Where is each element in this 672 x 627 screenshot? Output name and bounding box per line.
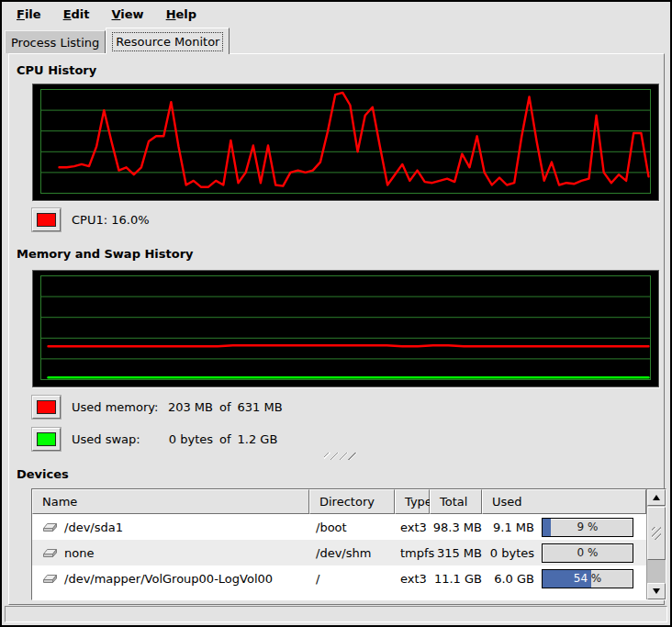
tab-process-listing-label: Process Listing — [11, 36, 99, 50]
usage-bar: 54 % 54 % — [542, 569, 633, 588]
menu-edit-accesskey: E — [63, 7, 72, 21]
device-used: 0 bytes — [482, 546, 534, 560]
column-header-directory[interactable]: Directory — [309, 489, 395, 514]
arrow-down-icon — [653, 588, 660, 594]
status-bar — [5, 606, 667, 622]
device-type: ext3 — [395, 521, 430, 534]
device-name-cell: /dev/mapper/VolGroup00-LogVol00 — [32, 572, 309, 586]
used-memory-of: of — [219, 400, 231, 414]
used-swap-legend: Used swap:0 bytesof1.2 GB — [32, 427, 277, 451]
usage-bar-fill: 9 % — [543, 519, 551, 536]
memory-color-button[interactable] — [32, 396, 61, 419]
menu-edit[interactable]: Edit — [56, 5, 97, 24]
device-total: 11.1 GB — [430, 572, 482, 586]
used-swap-label: Used swap: — [72, 432, 160, 446]
disk-icon — [42, 547, 58, 559]
used-memory-label: Used memory: — [72, 400, 160, 414]
cpu-legend-label: CPU1: 16.0% — [72, 213, 150, 227]
cpu-history-chart — [33, 84, 658, 200]
column-header-total-label: Total — [440, 495, 467, 509]
usage-percent-label-overlay: 54 % — [543, 570, 591, 588]
column-header-used-label: Used — [492, 495, 522, 509]
total-memory-value: 631 MB — [238, 400, 283, 414]
devices-title: Devices — [17, 467, 69, 481]
column-header-type-label: Type — [405, 495, 432, 509]
menu-view-accesskey: V — [112, 7, 121, 21]
column-header-used[interactable]: Used — [482, 489, 646, 514]
column-header-name[interactable]: Name — [32, 489, 309, 514]
disk-icon — [42, 573, 58, 585]
scroll-up-button[interactable] — [647, 489, 666, 506]
device-name: /dev/sda1 — [64, 521, 123, 534]
arrow-up-icon — [653, 495, 660, 500]
device-directory: /boot — [309, 521, 395, 534]
cpu-legend: CPU1: 16.0% — [32, 207, 150, 231]
tab-resource-monitor[interactable]: Resource Monitor — [106, 28, 230, 54]
menu-view-label: iew — [120, 7, 143, 21]
scrollbar-thumb[interactable] — [647, 507, 666, 560]
menubar: File Edit View Help — [2, 2, 670, 27]
usage-bar: 9 % 9 % — [542, 518, 633, 537]
device-total: 315 MB — [430, 546, 482, 560]
resource-monitor-page: CPU History CPU1: 16.0% Memory and Swap … — [8, 53, 665, 605]
device-used: 6.0 GB — [482, 572, 534, 586]
scroll-down-button[interactable] — [647, 583, 666, 599]
device-used: 9.1 MB — [482, 521, 534, 534]
pane-resize-grip[interactable] — [324, 453, 357, 460]
tab-resource-monitor-label: Resource Monitor — [112, 32, 223, 51]
swap-color-swatch-icon — [37, 432, 56, 446]
usage-percent-label: 9 % — [543, 519, 633, 536]
table-row[interactable]: none /dev/shm tmpfs 315 MB 0 bytes 0 % 0… — [32, 540, 646, 565]
swap-color-button[interactable] — [32, 428, 61, 451]
device-used-cell: 0 bytes 0 % 0 % — [482, 543, 646, 563]
table-row[interactable]: /dev/mapper/VolGroup00-LogVol00 / ext3 1… — [32, 565, 646, 591]
device-name-cell: /dev/sda1 — [32, 521, 309, 534]
memory-history-chart — [33, 271, 658, 386]
table-row[interactable]: /dev/sda1 /boot ext3 98.3 MB 9.1 MB 9 % … — [32, 514, 646, 540]
used-memory-text: Used memory:203 MBof631 MB — [72, 400, 283, 414]
tab-process-listing[interactable]: Process Listing — [5, 30, 106, 53]
menu-help-label: elp — [176, 7, 197, 21]
device-used-cell: 9.1 MB 9 % 9 % — [482, 518, 646, 537]
column-header-name-label: Name — [42, 495, 77, 509]
devices-table: Name Directory Type Total Used /dev/sda1… — [31, 488, 666, 600]
device-directory: / — [309, 572, 395, 586]
vertical-scrollbar[interactable] — [646, 489, 666, 599]
device-total: 98.3 MB — [430, 521, 482, 534]
used-swap-of: of — [219, 432, 231, 446]
device-directory: /dev/shm — [309, 546, 395, 560]
scrollbar-trough[interactable] — [647, 560, 666, 583]
device-used-cell: 6.0 GB 54 % 54 % — [482, 569, 646, 588]
device-name: /dev/mapper/VolGroup00-LogVol00 — [64, 572, 273, 586]
column-header-type[interactable]: Type — [395, 489, 430, 514]
column-header-total[interactable]: Total — [430, 489, 482, 514]
device-name-cell: none — [32, 546, 309, 560]
device-type: tmpfs — [395, 546, 430, 560]
menu-edit-label: dit — [72, 7, 90, 21]
app-window: File Edit View Help Process Listing Reso… — [0, 0, 672, 627]
cpu-color-button[interactable] — [32, 208, 61, 231]
usage-percent-label: 0 % — [543, 544, 633, 562]
used-memory-legend: Used memory:203 MBof631 MB — [32, 395, 283, 419]
usage-percent-label-overlay: 9 % — [543, 519, 551, 536]
device-type: ext3 — [395, 572, 430, 586]
column-header-directory-label: Directory — [319, 495, 375, 509]
used-memory-value: 203 MB — [160, 400, 213, 414]
usage-bar-fill: 54 % — [543, 570, 591, 588]
menu-file[interactable]: File — [9, 5, 49, 24]
menu-help-accesskey: H — [166, 7, 176, 21]
memory-history-title: Memory and Swap History — [17, 247, 194, 261]
menu-help[interactable]: Help — [159, 5, 204, 24]
used-swap-text: Used swap:0 bytesof1.2 GB — [72, 432, 277, 446]
menu-file-accesskey: F — [17, 7, 25, 21]
menu-file-label: ile — [25, 7, 41, 21]
devices-table-body: Name Directory Type Total Used /dev/sda1… — [32, 489, 646, 599]
devices-table-header: Name Directory Type Total Used — [32, 489, 646, 514]
cpu-history-title: CPU History — [17, 63, 96, 77]
usage-bar: 0 % 0 % — [542, 543, 633, 563]
scrollbar-grip-icon — [652, 527, 661, 540]
menu-view[interactable]: View — [105, 5, 151, 24]
total-swap-value: 1.2 GB — [238, 432, 278, 446]
cpu-history-graph — [32, 84, 659, 201]
device-name: none — [64, 546, 94, 560]
